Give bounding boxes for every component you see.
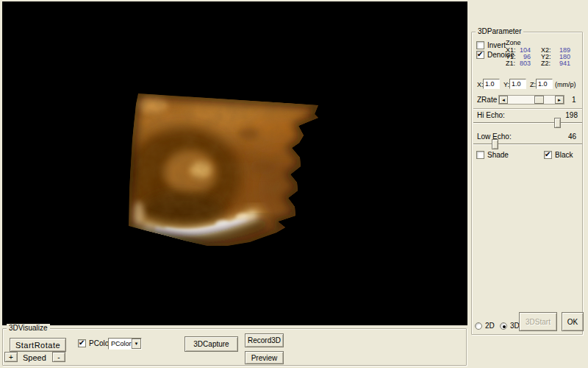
mode-3d-radio[interactable]: 3D (500, 322, 520, 330)
app-window: 3DParameter Invert ✔ Denoise Zone X1:104… (0, 0, 588, 368)
pcolor-checkbox-box: ✔ (78, 339, 86, 347)
shade-checkbox[interactable]: Shade (476, 151, 509, 159)
y-scale-label: Y: (503, 81, 509, 88)
mode-2d-radio-circle (475, 322, 482, 330)
scroll-left-button[interactable]: ◄ (499, 96, 508, 104)
visualize-group-title: 3DVisualize (7, 324, 50, 332)
ok-button[interactable]: OK (562, 312, 584, 331)
pcolor-checkbox[interactable]: ✔ PColor (78, 339, 112, 347)
mode-3d-radio-circle (500, 322, 507, 330)
ultrasound-volume-image (2, 1, 467, 325)
zone-label: Z1: (506, 60, 516, 67)
render-viewport[interactable] (2, 1, 467, 325)
mode-3d-label: 3D (510, 322, 520, 330)
invert-label: Invert (487, 41, 506, 49)
black-label: Black (555, 151, 573, 159)
speed-label: Speed (23, 353, 46, 362)
visualize-groupbox: 3DVisualize StartRotate + Speed - ✔ PCol… (2, 328, 467, 366)
zone-title: Zone (506, 40, 570, 46)
zone-value: 803 (516, 60, 531, 67)
mode-2d-label: 2D (485, 322, 495, 330)
start-rotate-button[interactable]: StartRotate (10, 338, 66, 352)
pcolor-combobox[interactable]: PColor ▼ (108, 338, 142, 350)
hi-echo-slider-track[interactable] (473, 122, 582, 124)
zone-grid: X1:104X2:189 Y1:96Y2:180 Z1:803Z2:941 (506, 47, 570, 67)
section-divider (473, 108, 582, 110)
pcolor-combobox-dropdown-button[interactable]: ▼ (132, 339, 141, 349)
scroll-right-button[interactable]: ► (555, 96, 564, 104)
x-scale-input[interactable] (483, 79, 500, 89)
record3d-button[interactable]: Record3D (245, 333, 284, 347)
zone-value: 941 (552, 60, 570, 67)
zone-info: Zone X1:104X2:189 Y1:96Y2:180 Z1:803Z2:9… (506, 40, 570, 67)
zone-label: Z2: (541, 60, 552, 67)
y-scale-input[interactable] (509, 79, 526, 89)
z-scale-label: Z: (530, 81, 536, 88)
black-checkbox-box: ✔ (544, 151, 552, 159)
parameter-groupbox: 3DParameter Invert ✔ Denoise Zone X1:104… (471, 32, 583, 335)
low-echo-slider[interactable] (473, 138, 582, 150)
zrate-value: 1 (572, 96, 576, 104)
zrate-scrollbar-thumb[interactable] (534, 96, 544, 104)
low-echo-slider-thumb[interactable] (492, 139, 498, 149)
hi-echo-slider-thumb[interactable] (554, 118, 561, 128)
scale-unit-label: (mm/p) (555, 81, 576, 88)
zrate-label: ZRate (477, 96, 497, 104)
denoise-checkbox-box: ✔ (476, 51, 484, 59)
low-echo-slider-track[interactable] (473, 144, 582, 145)
black-checkbox[interactable]: ✔ Black (544, 151, 573, 159)
zrate-scrollbar[interactable]: ◄ ► (498, 95, 564, 105)
parameter-group-title: 3DParameter (476, 27, 523, 35)
check-icon: ✔ (545, 150, 551, 158)
zrate-scrollbar-track[interactable] (508, 96, 555, 104)
check-icon: ✔ (79, 339, 85, 347)
3dstart-button[interactable]: 3DStart (519, 312, 557, 331)
mode-2d-radio[interactable]: 2D (475, 322, 495, 330)
scroll-right-icon: ► (557, 98, 562, 102)
hi-echo-slider[interactable] (473, 117, 582, 129)
invert-checkbox[interactable]: Invert (476, 41, 506, 49)
invert-checkbox-box (476, 41, 484, 49)
chevron-down-icon: ▼ (135, 342, 139, 346)
speed-plus-button[interactable]: + (4, 352, 18, 362)
pcolor-combobox-value: PColor (109, 339, 132, 349)
check-icon: ✔ (477, 50, 483, 58)
shade-label: Shade (487, 151, 509, 159)
scroll-left-icon: ◄ (501, 98, 506, 102)
speed-minus-button[interactable]: - (52, 352, 65, 362)
preview-button[interactable]: Preview (245, 351, 284, 364)
z-scale-input[interactable] (536, 79, 553, 89)
shade-checkbox-box (476, 151, 484, 159)
3dcapture-button[interactable]: 3DCapture (184, 336, 238, 352)
